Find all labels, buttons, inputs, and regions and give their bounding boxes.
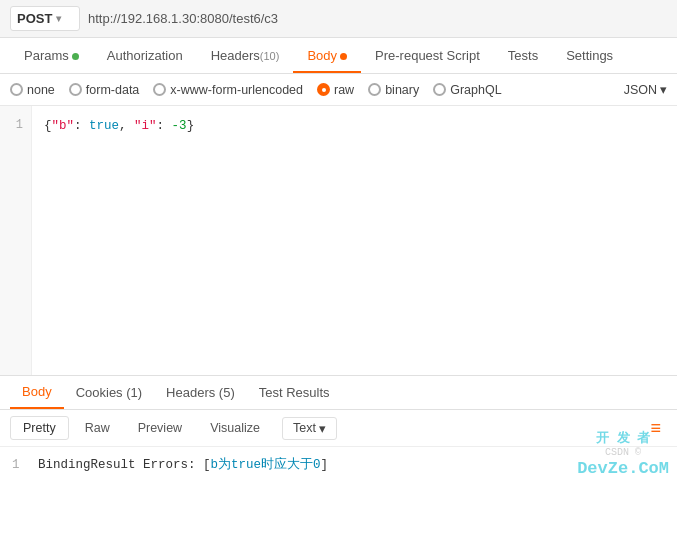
response-body: 1 BindingResult Errors: [b为true时应大于0] 开 … (0, 447, 677, 483)
radio-circle-form-data (69, 83, 82, 96)
fmt-tab-preview[interactable]: Preview (126, 417, 194, 439)
radio-circle-raw (317, 83, 330, 96)
body-type-row: none form-data x-www-form-urlencoded raw… (0, 74, 677, 106)
method-select[interactable]: POST ▾ (10, 6, 80, 31)
radio-circle-urlencoded (153, 83, 166, 96)
params-dot (72, 53, 79, 60)
resp-tab-body[interactable]: Body (10, 376, 64, 409)
tab-settings[interactable]: Settings (552, 38, 627, 73)
body-dot (340, 53, 347, 60)
format-tabs-row: Pretty Raw Preview Visualize Text ▾ ≡ (0, 410, 677, 447)
radio-circle-graphql (433, 83, 446, 96)
radio-raw[interactable]: raw (317, 83, 354, 97)
code-editor[interactable]: {"b": true, "i": -3} (32, 106, 677, 375)
radio-binary[interactable]: binary (368, 83, 419, 97)
resp-tab-test-results[interactable]: Test Results (247, 377, 342, 408)
resp-line-1: 1 BindingResult Errors: [b为true时应大于0] (12, 455, 665, 475)
tab-body[interactable]: Body (293, 38, 361, 73)
radio-graphql[interactable]: GraphQL (433, 83, 501, 97)
main-tabs: Params Authorization Headers(10) Body Pr… (0, 38, 677, 74)
radio-circle-binary (368, 83, 381, 96)
method-label: POST (17, 11, 52, 26)
radio-urlencoded[interactable]: x-www-form-urlencoded (153, 83, 303, 97)
tab-authorization[interactable]: Authorization (93, 38, 197, 73)
url-bar: POST ▾ (0, 0, 677, 38)
url-input[interactable] (88, 9, 667, 28)
format-select[interactable]: JSON ▾ (624, 82, 667, 97)
radio-none[interactable]: none (10, 83, 55, 97)
radio-circle-none (10, 83, 23, 96)
fmt-tab-visualize[interactable]: Visualize (198, 417, 272, 439)
line-numbers: 1 (0, 106, 32, 375)
text-format-select[interactable]: Text ▾ (282, 417, 337, 440)
radio-form-data[interactable]: form-data (69, 83, 140, 97)
filter-icon[interactable]: ≡ (644, 418, 667, 439)
tab-params[interactable]: Params (10, 38, 93, 73)
resp-tab-headers[interactable]: Headers (5) (154, 377, 247, 408)
tab-tests[interactable]: Tests (494, 38, 552, 73)
tab-headers[interactable]: Headers(10) (197, 38, 294, 73)
resp-tab-cookies[interactable]: Cookies (1) (64, 377, 154, 408)
fmt-tab-pretty[interactable]: Pretty (10, 416, 69, 440)
method-chevron: ▾ (56, 13, 61, 24)
tab-pre-request[interactable]: Pre-request Script (361, 38, 494, 73)
fmt-tab-raw[interactable]: Raw (73, 417, 122, 439)
editor-area: 1 {"b": true, "i": -3} (0, 106, 677, 376)
response-tabs: Body Cookies (1) Headers (5) Test Result… (0, 376, 677, 410)
